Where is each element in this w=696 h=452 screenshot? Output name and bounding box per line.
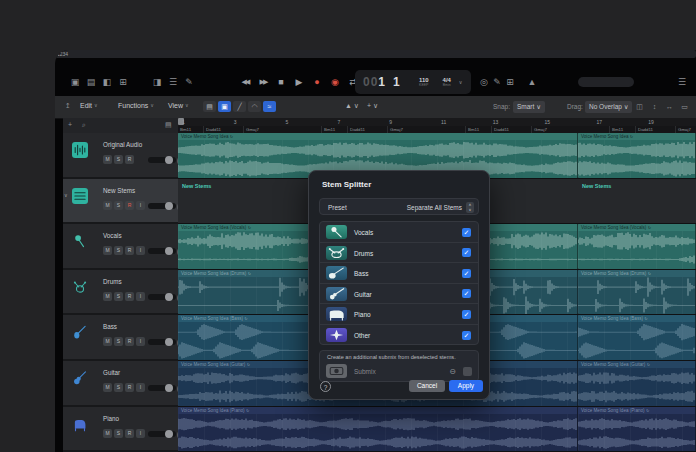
smart-controls-icon[interactable]: ◨ bbox=[150, 75, 164, 89]
track-header-drums[interactable]: DrumsMSRI bbox=[63, 270, 178, 316]
cancel-button[interactable]: Cancel bbox=[409, 380, 445, 392]
volume-knob[interactable] bbox=[165, 247, 173, 255]
volume-knob[interactable] bbox=[165, 384, 173, 392]
inspector-icon[interactable]: ◧ bbox=[100, 75, 114, 89]
stem-row-bass[interactable]: Bass✓ bbox=[320, 263, 478, 284]
chord-marker[interactable]: Dadd11 bbox=[492, 126, 532, 133]
rewind-icon[interactable]: ◀◀ bbox=[237, 74, 253, 90]
audio-region[interactable]: Voice Memo Song Idea (Vocals) ↻ bbox=[578, 224, 696, 269]
mute-button[interactable]: M bbox=[103, 292, 112, 301]
audio-region[interactable]: Voice Memo Song Idea (Piano) ↻ bbox=[578, 407, 696, 452]
track-header-bass[interactable]: BassMSRI bbox=[63, 315, 178, 361]
collapse-tracks-icon[interactable]: ▭ bbox=[678, 101, 691, 112]
audio-region[interactable]: Voice Memo Song Idea (Piano) ↻ bbox=[178, 407, 578, 452]
record-arm-button[interactable]: R bbox=[125, 246, 134, 255]
stem-row-guitar[interactable]: Guitar✓ bbox=[320, 284, 478, 305]
master-volume-slider[interactable] bbox=[578, 77, 634, 87]
stem-row-piano[interactable]: Piano✓ bbox=[320, 304, 478, 325]
record-arm-button[interactable]: R bbox=[125, 383, 134, 392]
lcd-time-signature[interactable]: 4/4 bbox=[435, 77, 459, 83]
waveform-icon[interactable] bbox=[72, 142, 88, 158]
mute-button[interactable]: M bbox=[103, 337, 112, 346]
track-header-new-stems[interactable]: ∨New StemsMSRI bbox=[63, 179, 178, 225]
stem-checkbox[interactable]: ✓ bbox=[462, 310, 471, 319]
stem-row-other[interactable]: Other✓ bbox=[320, 325, 478, 346]
snap-select[interactable]: Smart ∨ bbox=[513, 101, 545, 113]
stem-row-vocals[interactable]: Vocals✓ bbox=[320, 222, 478, 243]
chord-marker[interactable]: Dadd11 bbox=[348, 126, 388, 133]
solo-button[interactable]: S bbox=[114, 155, 123, 164]
record-arm-button[interactable]: R bbox=[125, 429, 134, 438]
solo-button[interactable]: S bbox=[114, 246, 123, 255]
lcd-chevron-icon[interactable]: ∨ bbox=[459, 79, 463, 85]
solo-button[interactable]: S bbox=[114, 383, 123, 392]
record-arm-button[interactable]: R bbox=[125, 292, 134, 301]
pencil-icon[interactable]: ✎ bbox=[490, 75, 504, 89]
take-comp-icon[interactable]: ◠ bbox=[248, 101, 261, 112]
input-monitor-button[interactable]: I bbox=[136, 201, 145, 210]
vertical-zoom-icon[interactable]: ↕ bbox=[648, 101, 661, 112]
stem-checkbox[interactable]: ✓ bbox=[462, 228, 471, 237]
audio-region[interactable]: Voice Memo Song Idea (Drums) ↻ bbox=[578, 270, 696, 315]
mixer-icon[interactable]: ☰ bbox=[166, 75, 180, 89]
input-monitor-button[interactable]: I bbox=[136, 337, 145, 346]
chord-marker[interactable]: Dadd11 bbox=[204, 126, 244, 133]
mute-button[interactable]: M bbox=[103, 155, 112, 164]
chord-marker[interactable]: Bm11 bbox=[610, 126, 636, 133]
volume-knob[interactable] bbox=[165, 293, 173, 301]
stem-checkbox[interactable]: ✓ bbox=[462, 248, 471, 257]
volume-slider[interactable] bbox=[148, 385, 176, 391]
plus-icon[interactable]: + bbox=[68, 121, 72, 128]
lcd-display[interactable]: 00 1 1 110 KEEP 4/4 Bmin ∨ bbox=[355, 70, 471, 94]
volume-knob[interactable] bbox=[165, 430, 173, 438]
track-header-original-audio[interactable]: Original AudioMSR bbox=[63, 133, 178, 179]
volume-knob[interactable] bbox=[165, 156, 173, 164]
track-header-vocals[interactable]: VocalsMSRI bbox=[63, 224, 178, 270]
input-monitor-button[interactable]: I bbox=[136, 429, 145, 438]
audio-region[interactable]: Voice Memo Song Idea (Bass) ↻ bbox=[578, 315, 696, 360]
volume-slider[interactable] bbox=[148, 294, 176, 300]
plus-tool-icon[interactable]: + ∨ bbox=[367, 102, 378, 110]
chord-marker[interactable]: Bm11 bbox=[322, 126, 348, 133]
audio-region[interactable]: Voice Memo Song Idea ↻ bbox=[578, 133, 696, 178]
pointer-tool-icon[interactable]: ▲ ∨ bbox=[345, 102, 359, 110]
chord-marker[interactable]: Gmaj7 bbox=[244, 126, 322, 133]
stem-checkbox[interactable]: ✓ bbox=[462, 331, 471, 340]
chord-marker[interactable]: Bm11 bbox=[466, 126, 492, 133]
flex-icon[interactable]: ≈ bbox=[263, 101, 276, 112]
media-browser-icon[interactable]: ▤ bbox=[84, 75, 98, 89]
lcd-key[interactable]: Bmin bbox=[435, 84, 459, 88]
chord-marker[interactable]: Bm11 bbox=[178, 126, 204, 133]
mute-button[interactable]: M bbox=[103, 383, 112, 392]
preset-stepper-icon[interactable]: ∧∨ bbox=[466, 202, 474, 213]
solo-button[interactable]: S bbox=[114, 429, 123, 438]
notes-icon[interactable]: ▤ bbox=[165, 121, 172, 129]
volume-slider[interactable] bbox=[148, 339, 176, 345]
mic-icon[interactable] bbox=[72, 233, 88, 249]
lcd-position-bar[interactable]: 1 bbox=[378, 75, 386, 89]
count-in-badge[interactable]: 1234 bbox=[55, 50, 696, 58]
volume-knob[interactable] bbox=[165, 202, 173, 210]
piano-icon[interactable] bbox=[72, 416, 88, 432]
input-monitor-button[interactable]: I bbox=[136, 246, 145, 255]
preset-value[interactable]: Separate All Stems bbox=[407, 204, 462, 211]
submix-checkbox[interactable] bbox=[463, 367, 472, 376]
auto-zoom-icon[interactable]: ↥ bbox=[65, 102, 71, 110]
solo-button[interactable]: S bbox=[114, 292, 123, 301]
play-icon[interactable]: ▶ bbox=[291, 74, 307, 90]
menu-functions[interactable]: Functions ∨ bbox=[118, 102, 154, 109]
record-icon[interactable]: ● bbox=[309, 74, 325, 90]
list-icon[interactable]: ☰ bbox=[675, 75, 689, 89]
input-monitor-button[interactable]: I bbox=[136, 383, 145, 392]
forward-icon[interactable]: ▶▶ bbox=[255, 74, 271, 90]
audio-region[interactable]: Voice Memo Song Idea (Guitar) ↻ bbox=[578, 361, 696, 406]
lcd-tempo[interactable]: 110 bbox=[413, 77, 435, 83]
chord-track[interactable]: Bm11Dadd11Gmaj7Bm11Dadd11Gmaj7Bm11Dadd11… bbox=[178, 126, 696, 133]
drag-select[interactable]: No Overlap ∨ bbox=[585, 101, 632, 113]
record-arm-button[interactable]: R bbox=[125, 337, 134, 346]
automation-icon[interactable]: ▣ bbox=[218, 101, 231, 112]
pencil-icon[interactable]: ✎ bbox=[182, 75, 196, 89]
drag-mode-icon[interactable]: ▤ bbox=[203, 101, 216, 112]
drums-icon[interactable] bbox=[72, 279, 88, 295]
solo-button[interactable]: S bbox=[114, 337, 123, 346]
